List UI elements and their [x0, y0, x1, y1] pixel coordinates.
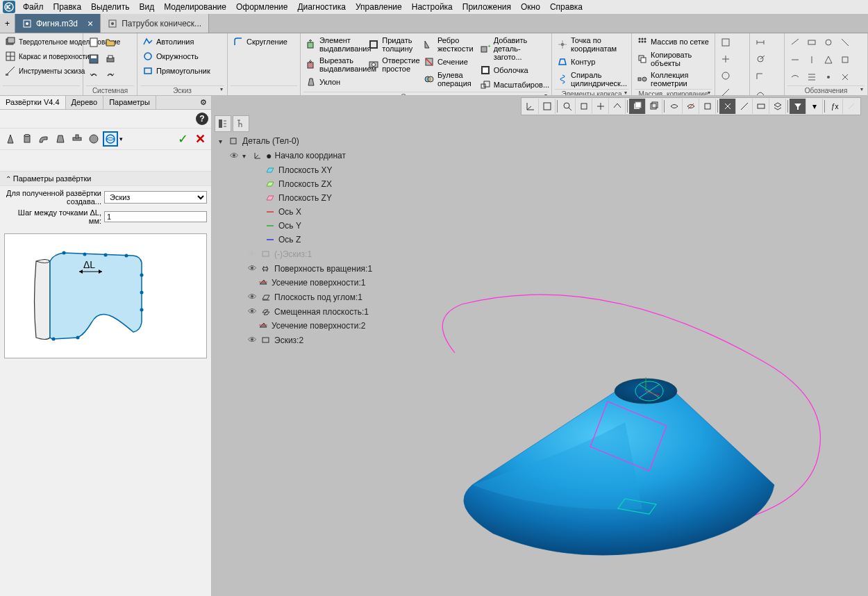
- geom-collection-button[interactable]: Коллекция геометрии: [635, 69, 712, 89]
- contour-button[interactable]: Контур: [555, 55, 628, 69]
- vbtn-fit[interactable]: [576, 99, 592, 114]
- vbtn-vis2[interactable]: [683, 99, 699, 114]
- open-button[interactable]: [103, 35, 118, 50]
- hole-button[interactable]: Отверстие простое: [366, 55, 420, 74]
- new-button[interactable]: [86, 35, 101, 50]
- menu-window[interactable]: Окно: [516, 1, 545, 13]
- visibility-icon[interactable]: 👁: [247, 263, 258, 274]
- shape-sphere[interactable]: [86, 131, 101, 147]
- menu-view[interactable]: Вид: [134, 1, 159, 13]
- annot-btn-5[interactable]: [787, 52, 803, 67]
- annot-btn-7[interactable]: [821, 52, 836, 67]
- visibility-icon[interactable]: 👁: [228, 151, 240, 161]
- tree-root[interactable]: ▾ Деталь (Тел-0): [219, 134, 372, 148]
- shape-cylinder[interactable]: [19, 131, 35, 147]
- close-tab-icon[interactable]: ×: [87, 18, 93, 29]
- tree-expand-button[interactable]: [233, 115, 249, 132]
- annot-btn-12[interactable]: [837, 69, 853, 85]
- vbtn-measure[interactable]: [736, 99, 753, 114]
- confirm-button[interactable]: ✓: [175, 131, 191, 147]
- new-tab-button[interactable]: +: [0, 14, 15, 33]
- dim-btn-1[interactable]: [753, 35, 768, 50]
- shape-elbow[interactable]: [36, 131, 51, 147]
- tree-axis-z[interactable]: Ось Z: [219, 233, 372, 247]
- dim-btn-2[interactable]: [753, 51, 768, 67]
- sketch-tools-button[interactable]: Инструменты эскиза: [3, 64, 80, 78]
- shape-custom[interactable]: [103, 131, 118, 147]
- tab-active-doc[interactable]: Фигня.m3d ×: [15, 14, 101, 33]
- tree-plane-zx[interactable]: Плоскость ZX: [219, 177, 372, 191]
- tree-sketch2[interactable]: 👁Эскиз:2: [219, 333, 372, 347]
- menu-file[interactable]: Файл: [18, 1, 49, 13]
- section-button[interactable]: Сечение: [422, 55, 476, 69]
- annot-btn-10[interactable]: [804, 69, 819, 85]
- undo-button[interactable]: [86, 68, 101, 83]
- aux-btn-3[interactable]: [718, 68, 733, 83]
- vbtn-axes[interactable]: [522, 99, 539, 114]
- tree-plane-xy[interactable]: Плоскость XY: [219, 163, 372, 177]
- print-button[interactable]: [103, 51, 118, 67]
- copy-objects-button[interactable]: Копировать объекты: [635, 49, 712, 69]
- shape-tee[interactable]: [69, 131, 85, 147]
- array-grid-button[interactable]: Массив по сетке: [635, 35, 712, 49]
- tree-offset-plane[interactable]: 👁Смещенная плоскость:1: [219, 304, 372, 319]
- menu-diagnostics[interactable]: Диагностика: [292, 1, 351, 13]
- fillet-button[interactable]: Скругление: [231, 35, 297, 49]
- create-as-select[interactable]: Эскиз: [104, 191, 207, 204]
- dim-btn-3[interactable]: [753, 68, 768, 83]
- vbtn-shade[interactable]: [629, 99, 646, 114]
- redo-button[interactable]: [103, 68, 118, 83]
- circle-button[interactable]: Окружность: [140, 49, 224, 63]
- solid-modeling-button[interactable]: Твердотельное моделирование: [3, 35, 80, 49]
- thicken-button[interactable]: Придать толщину: [366, 35, 420, 54]
- annot-btn-11[interactable]: [821, 69, 836, 85]
- annot-btn-4[interactable]: [837, 35, 853, 50]
- extrude-button[interactable]: Элемент выдавливания: [303, 35, 365, 54]
- annot-btn-2[interactable]: [804, 35, 819, 50]
- vbtn-layers[interactable]: [769, 99, 786, 114]
- shell-button[interactable]: Оболочка: [478, 63, 549, 77]
- cancel-button[interactable]: ✕: [192, 131, 208, 147]
- menu-select[interactable]: Выделить: [86, 1, 134, 13]
- vbtn-filter[interactable]: [790, 99, 806, 114]
- annot-btn-9[interactable]: [787, 69, 803, 85]
- vbtn-sketch[interactable]: [539, 99, 556, 114]
- vbtn-dropdown[interactable]: ▾: [806, 99, 823, 114]
- visibility-icon[interactable]: 👁: [247, 306, 258, 317]
- menu-control[interactable]: Управление: [351, 1, 407, 13]
- visibility-icon[interactable]: 👁: [247, 292, 258, 302]
- vbtn-pan[interactable]: [592, 99, 609, 114]
- tree-revolve[interactable]: 👁Поверхность вращения:1: [219, 261, 372, 276]
- tab-tree[interactable]: Дерево: [66, 96, 104, 109]
- draft-button[interactable]: Уклон: [303, 75, 365, 89]
- tree-trim2[interactable]: Усечение поверхности:2: [219, 319, 372, 333]
- menu-design[interactable]: Оформление: [231, 1, 292, 13]
- vbtn-orient[interactable]: [609, 99, 626, 114]
- annot-btn-8[interactable]: [837, 52, 853, 67]
- expand-icon[interactable]: ▾: [219, 138, 226, 145]
- expand-icon[interactable]: ▾: [242, 152, 249, 160]
- save-button[interactable]: [86, 51, 101, 67]
- visibility-icon[interactable]: 👁: [247, 249, 258, 259]
- cut-extrude-button[interactable]: Вырезать выдавливанием: [303, 55, 365, 74]
- shape-transition[interactable]: [53, 131, 68, 147]
- tree-axis-y[interactable]: Ось Y: [219, 219, 372, 233]
- vbtn-constraints[interactable]: [719, 99, 736, 114]
- panel-settings-button[interactable]: ⚙: [196, 96, 211, 109]
- tab-inactive-doc[interactable]: Патрубок коническ...: [101, 14, 209, 33]
- menu-apps[interactable]: Приложения: [458, 1, 516, 13]
- rib-button[interactable]: Ребро жесткости: [422, 35, 476, 54]
- vbtn-vis3[interactable]: [699, 99, 716, 114]
- point-button[interactable]: Точка по координатам: [555, 35, 628, 54]
- annot-btn-1[interactable]: [787, 35, 803, 50]
- tree-sketch1[interactable]: 👁(-)Эскиз:1: [219, 247, 372, 261]
- menu-edit[interactable]: Правка: [49, 1, 87, 13]
- tab-unfold[interactable]: Развёртки V4.4: [0, 96, 66, 109]
- menu-help[interactable]: Справка: [545, 1, 587, 13]
- spiral-button[interactable]: Спираль цилиндрическ...: [555, 69, 628, 89]
- shape-cone[interactable]: [3, 131, 18, 147]
- aux-btn-2[interactable]: [718, 51, 733, 67]
- tree-collapse-button[interactable]: [215, 115, 231, 132]
- annot-btn-3[interactable]: [821, 35, 836, 50]
- vbtn-edit[interactable]: [843, 99, 860, 114]
